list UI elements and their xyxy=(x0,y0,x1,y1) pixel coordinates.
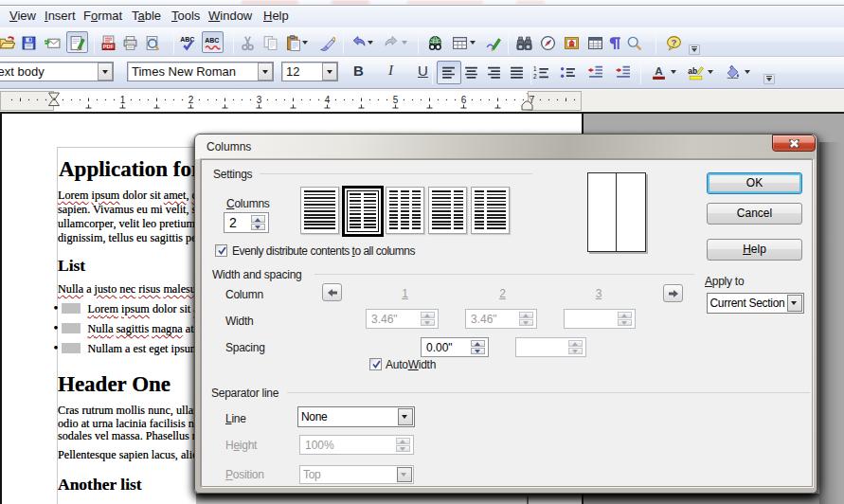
svg-text:ABC: ABC xyxy=(205,37,219,44)
svg-text:2: 2 xyxy=(189,95,194,105)
svg-text:3: 3 xyxy=(257,95,262,105)
svg-text:A: A xyxy=(655,64,663,77)
svg-text:2: 2 xyxy=(533,73,537,80)
svg-text:1: 1 xyxy=(533,64,537,71)
svg-text:5: 5 xyxy=(393,95,399,105)
svg-text:6: 6 xyxy=(461,95,467,105)
svg-text:ab: ab xyxy=(688,65,697,75)
svg-text:?: ? xyxy=(671,36,676,46)
svg-text:4: 4 xyxy=(325,95,331,105)
svg-text:PDF: PDF xyxy=(102,44,114,49)
svg-text:1: 1 xyxy=(120,95,126,105)
